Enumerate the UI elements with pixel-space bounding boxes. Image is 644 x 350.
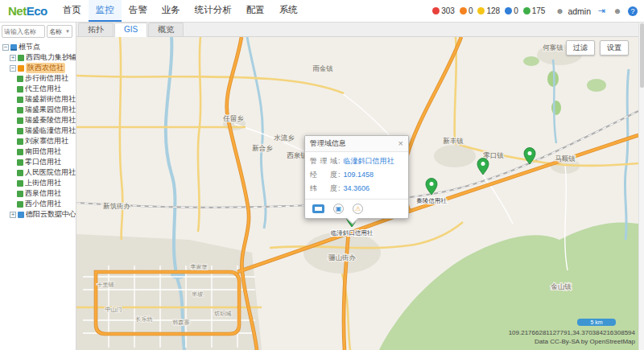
field-label: 纬度 — [310, 182, 337, 196]
alarm-badge-critical[interactable]: 303 — [432, 6, 455, 15]
field-colon: : — [338, 182, 341, 196]
tree-item-西四电力集抄辅[interactable]: +西四电力集抄辅 — [0, 52, 76, 63]
gis-map: 何寨镇雨金镇任留乡水流乡新合乡西泉镇新丰镇零口镇马额镇新筑街办骊山街办金山镇十里… — [76, 37, 638, 350]
map-label-半坡: 半坡 — [192, 291, 203, 297]
popup-title: 管理域信息 — [310, 138, 346, 149]
search-input[interactable] — [2, 25, 45, 38]
tree-item-步行街信用社[interactable]: 步行街信用社 — [0, 73, 76, 84]
chevron-down-icon: ▼ — [65, 29, 70, 34]
collapse-icon[interactable]: − — [2, 44, 9, 51]
tree-item-label: 德阳云数据中心 — [26, 209, 76, 220]
tab-拓扑[interactable]: 拓扑 — [78, 23, 114, 36]
content-area: 拓扑GIS概览 — [76, 23, 638, 350]
tree-item-label: 瑞盛果园信用社 — [25, 105, 76, 115]
collapse-icon[interactable]: − — [10, 65, 16, 72]
tree-item-零口信用社[interactable]: 零口信用社 — [0, 157, 76, 167]
field-value-link[interactable]: 109.1458 — [344, 168, 374, 182]
nav-item-统计分析[interactable]: 统计分析 — [188, 0, 239, 22]
popup-title-bar: 管理域信息 × — [305, 136, 408, 152]
tree-item-人民医院信用社[interactable]: 人民医院信用社 — [0, 167, 76, 178]
main-nav: 首页监控告警业务统计分析配置系统 — [56, 0, 305, 22]
search-type-label: 名称 — [49, 27, 62, 36]
popup-field-经度: 经度:109.1458 — [310, 168, 403, 182]
tree-item-瑞盛临潼信用社[interactable]: 瑞盛临潼信用社 — [0, 126, 76, 136]
nav-item-告警[interactable]: 告警 — [122, 0, 155, 22]
tree-item-label: 瑞盛临潼信用社 — [25, 126, 76, 136]
nav-item-系统[interactable]: 系统 — [272, 0, 305, 22]
tree-item-瑞盛秦陵信用社[interactable]: 瑞盛秦陵信用社 — [0, 115, 76, 126]
tab-GIS[interactable]: GIS — [114, 23, 147, 37]
expand-icon[interactable]: + — [10, 55, 16, 61]
tree-item-label: 根节点 — [19, 42, 40, 52]
scrollbar-thumb[interactable] — [640, 23, 644, 88]
nav-item-业务[interactable]: 业务 — [155, 0, 188, 22]
map-label-马额镇: 马额镇 — [555, 154, 576, 163]
warning-dot-icon — [505, 7, 512, 14]
monitor-node-icon — [10, 44, 17, 51]
logout-icon[interactable]: ⇥ — [596, 6, 607, 17]
green-node-icon — [17, 159, 23, 166]
search-type-dropdown[interactable]: 名称 ▼ — [47, 25, 72, 38]
tree-item-label: 零口信用社 — [25, 157, 61, 167]
tree-item-根节点[interactable]: −根节点 — [0, 42, 76, 52]
tree-item-label: 瑞盛秦陵信用社 — [25, 115, 76, 126]
field-value-link[interactable]: 34.3606 — [344, 182, 370, 196]
nav-item-首页[interactable]: 首页 — [56, 0, 89, 22]
map-label-纺织城: 纺织城 — [214, 310, 232, 317]
alarm-count: 0 — [469, 6, 473, 15]
map-scale-bar: 5 km — [577, 319, 616, 326]
map-label-长乐坊: 长乐坊 — [136, 316, 153, 323]
nav-item-监控[interactable]: 监控 — [89, 0, 122, 22]
green-node-icon — [17, 149, 23, 155]
alarm-badge-minor[interactable]: 128 — [477, 6, 500, 15]
main-area: 名称 ▼ −根节点+西四电力集抄辅−陕西农信社步行街信用社代王信用社瑞盛新街信用… — [0, 23, 644, 350]
nav-item-配置[interactable]: 配置 — [239, 0, 272, 22]
tree-item-代王信用社[interactable]: 代王信用社 — [0, 84, 76, 94]
cursor-coordinates: 109.21766281127791,34.370384216308594 — [509, 329, 635, 336]
filter-button[interactable]: 过滤 — [566, 40, 595, 56]
tree-item-label: 陕西农信社 — [26, 63, 65, 73]
alarm-badge-normal[interactable]: 175 — [523, 6, 546, 15]
critical-dot-icon — [432, 7, 440, 14]
alarm-badge-major[interactable]: 0 — [460, 6, 473, 15]
marker-label: 临潼斜口信用社 — [331, 229, 374, 237]
alarm-count: 175 — [532, 6, 546, 15]
tree-item-label: 西四电力集抄辅 — [26, 52, 76, 63]
map-label-骊山街办: 骊山街办 — [328, 253, 357, 261]
current-user[interactable]: ☻ admin — [554, 6, 591, 17]
tab-概览[interactable]: 概览 — [148, 23, 184, 36]
expand-icon[interactable]: + — [10, 212, 16, 218]
tree-item-南田信用社[interactable]: 南田信用社 — [0, 146, 76, 157]
field-label: 经度 — [310, 168, 337, 182]
tree-item-西泉信用社[interactable]: 西泉信用社 — [0, 188, 76, 199]
tree-item-上街信用社[interactable]: 上街信用社 — [0, 178, 76, 188]
map-toolbar: 过滤 设置 — [566, 40, 629, 56]
monitor-icon[interactable] — [312, 204, 324, 213]
map-label-雨金镇: 雨金镇 — [312, 64, 333, 72]
alarm-icon[interactable]: ▣ — [333, 204, 344, 214]
username-label: admin — [568, 6, 591, 16]
tree-item-瑞盛新街信用社[interactable]: 瑞盛新街信用社 — [0, 94, 76, 105]
green-node-icon — [17, 170, 23, 176]
tree-item-德阳云数据中心[interactable]: +德阳云数据中心 — [0, 209, 76, 220]
marker-label: 秦陵信用社 — [416, 197, 447, 204]
green-node-icon — [17, 180, 23, 187]
alarm-count: 0 — [514, 6, 518, 15]
user-group-icon[interactable]: ☻ — [612, 6, 623, 17]
view-tabs: 拓扑GIS概览 — [76, 23, 638, 37]
tree-item-刘家寨信用社[interactable]: 刘家寨信用社 — [0, 136, 76, 146]
alarm-badge-warning[interactable]: 0 — [505, 6, 518, 15]
map-label-水流乡: 水流乡 — [274, 134, 295, 142]
field-value-link[interactable]: 临潼斜口信用社 — [344, 154, 394, 168]
tree-item-西小信用社[interactable]: 西小信用社 — [0, 199, 76, 209]
green-node-icon — [17, 86, 23, 93]
vertical-scrollbar[interactable] — [638, 23, 644, 350]
help-icon[interactable]: ? — [628, 6, 638, 16]
tree-item-瑞盛果园信用社[interactable]: 瑞盛果园信用社 — [0, 105, 76, 115]
settings-button[interactable]: 设置 — [600, 40, 629, 56]
green-node-icon — [17, 117, 23, 124]
warning-icon[interactable]: ⚠ — [353, 204, 363, 214]
close-icon[interactable]: × — [398, 140, 403, 147]
tree-item-陕西农信社[interactable]: −陕西农信社 — [0, 63, 76, 73]
map-label-任留乡: 任留乡 — [222, 114, 244, 122]
